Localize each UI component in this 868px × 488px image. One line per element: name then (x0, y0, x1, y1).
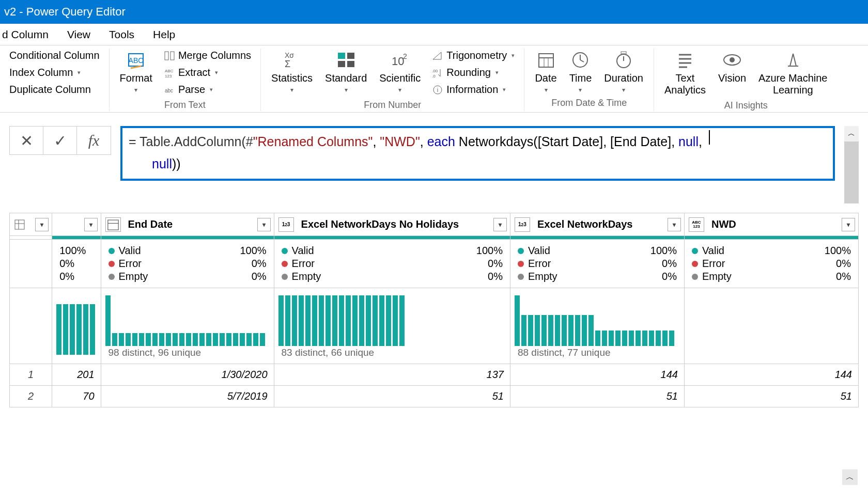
cell[interactable]: 201 (52, 364, 100, 385)
rounding-icon: .00.0 (432, 67, 443, 78)
format-button[interactable]: ABC Format▾ (117, 49, 156, 95)
svg-rect-10 (347, 53, 354, 59)
svg-text:123: 123 (165, 74, 172, 78)
col3-filter[interactable]: ▾ (668, 218, 681, 231)
ribbon: Conditional Column Index Column▾ Duplica… (0, 45, 868, 113)
cell[interactable]: 144 (510, 364, 684, 385)
tab-view[interactable]: View (67, 28, 90, 41)
svg-line-25 (580, 60, 584, 62)
svg-text:Xσ: Xσ (285, 51, 294, 59)
tab-tools[interactable]: Tools (109, 28, 134, 41)
cell[interactable]: 70 (52, 386, 100, 407)
cell[interactable]: 51 (510, 386, 684, 407)
number-type-icon[interactable]: 123 (278, 217, 294, 232)
date-button[interactable]: Date▾ (532, 49, 560, 95)
duration-button[interactable]: Duration▾ (601, 49, 646, 95)
svg-rect-28 (621, 52, 626, 54)
scroll-down-button[interactable]: ︿ (842, 469, 858, 485)
table-row[interactable]: 1 201 1/30/2020 137 144 144 (10, 364, 859, 386)
svg-text:abc: abc (165, 88, 173, 93)
column-header-partial[interactable]: ▾ (52, 213, 101, 236)
text-analytics-icon (675, 50, 695, 70)
number-type-icon[interactable]: 123 (515, 217, 530, 232)
extract-button[interactable]: ABC123Extract▾ (162, 66, 253, 80)
trigonometry-button[interactable]: Trigonometry▾ (430, 49, 517, 62)
title-bar: v2 - Power Query Editor (0, 0, 868, 24)
merge-columns-button[interactable]: Merge Columns (162, 49, 253, 62)
conditional-column-button[interactable]: Conditional Column (7, 49, 102, 62)
azure-ml-icon (783, 50, 803, 70)
svg-rect-39 (107, 220, 118, 230)
cell[interactable]: 51 (274, 386, 510, 407)
text-analytics-button[interactable]: Text Analytics (661, 49, 709, 97)
column-header-nwd-excel[interactable]: 123Excel NetworkDays▾ (510, 213, 684, 236)
cell[interactable]: 5/7/2019 (101, 386, 274, 407)
tab-help[interactable]: Help (153, 28, 175, 41)
statistics-button[interactable]: XσΣ Statistics▾ (268, 49, 316, 95)
table-icon (14, 219, 25, 230)
svg-text:10: 10 (392, 55, 404, 68)
date-icon (536, 50, 556, 70)
col2-filter[interactable]: ▾ (493, 218, 507, 231)
text-cursor (709, 130, 710, 145)
rounding-button[interactable]: .00.0Rounding▾ (430, 66, 517, 80)
trig-icon (432, 50, 443, 61)
data-grid: ▾ ▾ End Date▾ 123Excel NetworkDays No Ho… (0, 213, 868, 407)
scientific-button[interactable]: 102 Scientific▾ (376, 49, 424, 95)
svg-rect-12 (347, 61, 354, 67)
time-button[interactable]: Time▾ (566, 49, 595, 95)
col1-filter[interactable]: ▾ (257, 218, 271, 231)
scroll-up-button[interactable]: ︿ (844, 126, 859, 141)
group-from-text: From Text (164, 100, 206, 111)
svg-text:2: 2 (403, 52, 407, 60)
row-number: 2 (10, 386, 52, 407)
commit-formula-button[interactable]: ✓ (43, 127, 77, 154)
formula-input[interactable]: = Table.AddColumn(#"Renamed Columns", "N… (120, 126, 835, 181)
table-row[interactable]: 2 70 5/7/2019 51 51 51 (10, 386, 859, 407)
parse-button[interactable]: abcParse▾ (162, 83, 253, 97)
cell[interactable]: 1/30/2020 (101, 364, 274, 385)
information-button[interactable]: iInformation▾ (430, 83, 517, 97)
svg-text:.0: .0 (432, 74, 436, 78)
duplicate-column-button[interactable]: Duplicate Column (7, 83, 102, 97)
column-header-nwd-noholidays[interactable]: 123Excel NetworkDays No Holidays▾ (274, 213, 510, 236)
time-icon (570, 50, 591, 70)
cell[interactable]: 137 (274, 364, 510, 385)
column-header-end-date[interactable]: End Date▾ (101, 213, 274, 236)
row-header-corner[interactable]: ▾ (10, 213, 52, 236)
svg-rect-19 (539, 54, 553, 67)
svg-text:.00: .00 (432, 69, 438, 73)
svg-text:i: i (437, 87, 438, 93)
svg-text:ABC: ABC (129, 56, 144, 65)
column-header-nwd[interactable]: ABC123NWD▾ (684, 213, 858, 236)
scrollbar-track[interactable] (844, 141, 859, 203)
tab-add-column[interactable]: d Column (0, 28, 49, 41)
corner-dropdown[interactable]: ▾ (35, 218, 49, 231)
col0-filter[interactable]: ▾ (84, 218, 98, 231)
merge-icon (164, 50, 175, 61)
azure-ml-button[interactable]: Azure Machine Learning (755, 49, 830, 97)
svg-rect-2 (165, 52, 168, 60)
vision-button[interactable]: Vision (715, 49, 749, 85)
cell[interactable]: 144 (685, 364, 858, 385)
any-type-icon[interactable]: ABC123 (689, 217, 704, 232)
svg-rect-36 (15, 220, 24, 229)
svg-point-34 (730, 57, 735, 62)
statistics-icon: XσΣ (282, 50, 302, 70)
info-icon: i (432, 84, 443, 96)
svg-rect-9 (338, 53, 345, 59)
col4-filter[interactable]: ▾ (842, 218, 855, 231)
formula-buttons: ✕ ✓ fx (9, 126, 111, 155)
svg-text:ABC: ABC (165, 69, 174, 73)
date-type-icon[interactable] (105, 217, 121, 232)
cancel-formula-button[interactable]: ✕ (10, 127, 43, 154)
formula-text: = Table.AddColumn(# (129, 134, 253, 149)
cell[interactable]: 51 (685, 386, 858, 407)
extract-icon: ABC123 (164, 67, 175, 78)
fx-button[interactable]: fx (77, 127, 111, 154)
svg-text:Σ: Σ (285, 59, 290, 69)
formula-bar-area: ✕ ✓ fx = Table.AddColumn(#"Renamed Colum… (0, 113, 868, 213)
index-column-button[interactable]: Index Column▾ (7, 66, 102, 80)
standard-button[interactable]: Standard▾ (322, 49, 370, 95)
vision-icon (722, 50, 742, 70)
